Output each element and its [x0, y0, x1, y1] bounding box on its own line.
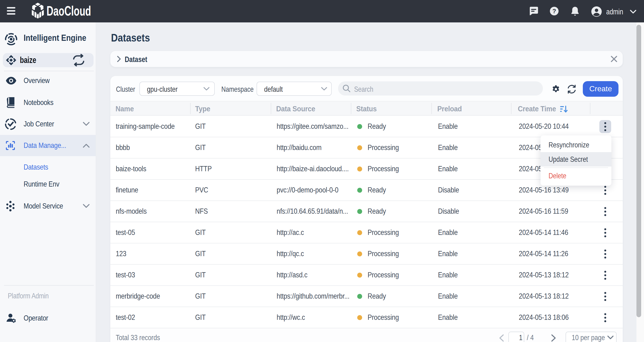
svg-text:?: ? [552, 8, 556, 14]
